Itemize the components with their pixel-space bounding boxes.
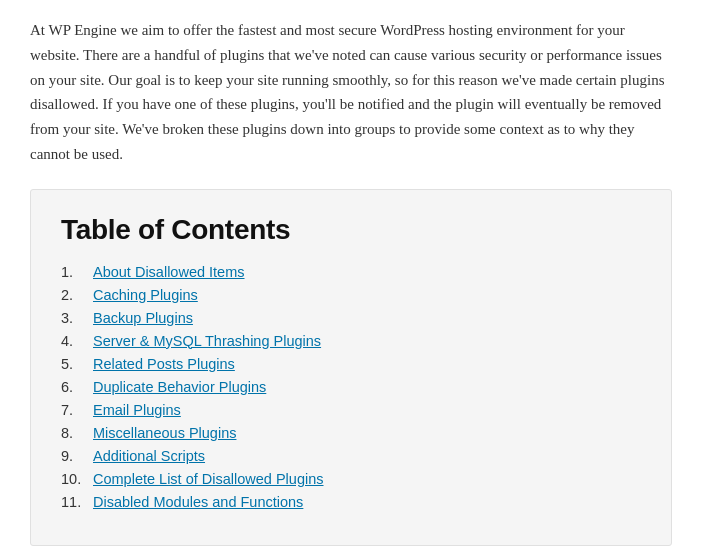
toc-item-link[interactable]: Email Plugins [93,402,181,418]
toc-item-number: 11. [61,494,93,510]
toc-item-link[interactable]: Duplicate Behavior Plugins [93,379,266,395]
toc-list-item: 11.Disabled Modules and Functions [61,494,641,510]
toc-list-item: 7.Email Plugins [61,402,641,418]
toc-item-link[interactable]: Miscellaneous Plugins [93,425,236,441]
toc-item-number: 5. [61,356,93,372]
toc-item-number: 10. [61,471,93,487]
toc-list: 1.About Disallowed Items2.Caching Plugin… [61,264,641,510]
toc-item-link[interactable]: Caching Plugins [93,287,198,303]
toc-item-link[interactable]: Additional Scripts [93,448,205,464]
toc-list-item: 3.Backup Plugins [61,310,641,326]
toc-list-item: 1.About Disallowed Items [61,264,641,280]
toc-list-item: 10.Complete List of Disallowed Plugins [61,471,641,487]
toc-list-item: 6.Duplicate Behavior Plugins [61,379,641,395]
toc-list-item: 8.Miscellaneous Plugins [61,425,641,441]
toc-list-item: 5.Related Posts Plugins [61,356,641,372]
page-wrapper: At WP Engine we aim to offer the fastest… [0,0,702,552]
toc-list-item: 9.Additional Scripts [61,448,641,464]
toc-item-number: 4. [61,333,93,349]
toc-item-number: 8. [61,425,93,441]
toc-item-link[interactable]: Complete List of Disallowed Plugins [93,471,324,487]
toc-item-link[interactable]: Related Posts Plugins [93,356,235,372]
toc-title: Table of Contents [61,214,641,246]
toc-item-link[interactable]: Backup Plugins [93,310,193,326]
toc-item-number: 1. [61,264,93,280]
toc-item-number: 6. [61,379,93,395]
toc-item-number: 3. [61,310,93,326]
toc-list-item: 4.Server & MySQL Thrashing Plugins [61,333,641,349]
toc-item-number: 7. [61,402,93,418]
toc-item-number: 9. [61,448,93,464]
intro-paragraph: At WP Engine we aim to offer the fastest… [30,18,672,167]
toc-item-number: 2. [61,287,93,303]
toc-item-link[interactable]: About Disallowed Items [93,264,245,280]
toc-item-link[interactable]: Disabled Modules and Functions [93,494,303,510]
toc-item-link[interactable]: Server & MySQL Thrashing Plugins [93,333,321,349]
toc-box: Table of Contents 1.About Disallowed Ite… [30,189,672,546]
toc-list-item: 2.Caching Plugins [61,287,641,303]
